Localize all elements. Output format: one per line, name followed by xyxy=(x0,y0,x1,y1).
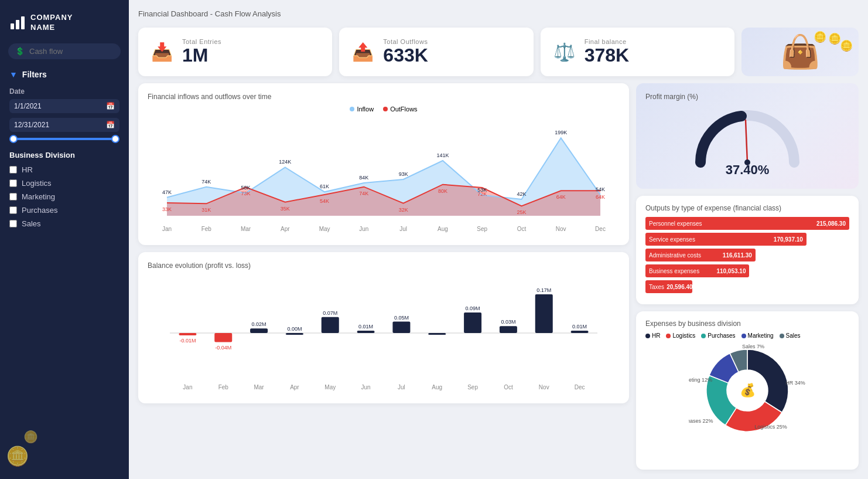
hr-checkbox[interactable] xyxy=(9,166,17,174)
main-content: Financial Dashboard - Cash Flow Analysis… xyxy=(129,0,868,479)
expense-bar: Taxes 20,596.40 xyxy=(645,280,692,293)
company-name: COMPANY NAME xyxy=(30,13,73,33)
expense-bar: Personnel expenses 215,086.30 xyxy=(645,217,849,230)
pie-legend-dot xyxy=(780,334,784,338)
svg-text:Jun: Jun xyxy=(361,384,371,390)
gauge-value-text: 37.40% xyxy=(726,162,770,174)
svg-text:84K: 84K xyxy=(359,175,368,181)
expense-bar: Service expenses 170,937.10 xyxy=(645,233,807,246)
division-marketing[interactable]: Marketing xyxy=(9,192,119,201)
entries-icon: 📥 xyxy=(151,42,173,62)
svg-text:Sep: Sep xyxy=(467,384,478,390)
svg-rect-66 xyxy=(535,294,553,333)
svg-text:64K: 64K xyxy=(556,195,566,201)
svg-text:93K: 93K xyxy=(399,171,408,177)
sidebar: COMPANY NAME 💲 ▼ Filters Date 1/1/2021 📅… xyxy=(0,0,129,479)
filters-section: ▼ Filters Date 1/1/2021 📅 12/31/2021 📅 B… xyxy=(0,70,129,233)
kpi-total-outflows: 📤 Total Outflows 633K xyxy=(339,28,533,76)
expense-bar-row: Business expenses 110,053.10 xyxy=(645,264,849,277)
svg-text:141K: 141K xyxy=(436,152,449,158)
expense-bar-row: Service expenses 170,937.10 xyxy=(645,233,849,246)
svg-text:0.05M: 0.05M xyxy=(394,315,409,321)
balance-icon: ⚖️ xyxy=(553,42,575,62)
svg-text:Oct: Oct xyxy=(517,226,527,232)
date-range-slider[interactable] xyxy=(9,138,119,140)
svg-text:Dec: Dec xyxy=(595,226,606,232)
expense-bar-row: Taxes 20,596.40 xyxy=(645,280,849,293)
logistics-checkbox[interactable] xyxy=(9,179,17,187)
svg-text:80K: 80K xyxy=(438,188,447,194)
svg-text:HR 34%: HR 34% xyxy=(785,380,805,386)
date-to-input[interactable]: 12/31/2021 📅 xyxy=(9,118,119,132)
kpi-row: 📥 Total Entries 1M 📤 Total Outflows 633K… xyxy=(138,28,859,76)
line-chart-svg: 47K74K58K124K61K84K93K141K53K42K199K54K3… xyxy=(148,116,620,233)
svg-text:Sep: Sep xyxy=(477,226,487,232)
expense-types-panel: Outputs by type of expense (financial cl… xyxy=(636,196,859,304)
search-input[interactable] xyxy=(29,47,114,56)
svg-text:42K: 42K xyxy=(517,191,526,197)
page-title: Financial Dashboard - Cash Flow Analysis xyxy=(138,9,859,18)
svg-text:Aug: Aug xyxy=(432,384,442,390)
division-logistics[interactable]: Logistics xyxy=(9,179,119,188)
search-box[interactable]: 💲 xyxy=(8,43,121,59)
kpi-total-entries: 📥 Total Entries 1M xyxy=(138,28,332,76)
svg-rect-55 xyxy=(392,322,410,333)
outflows-icon: 📤 xyxy=(352,42,374,62)
purchases-checkbox[interactable] xyxy=(9,206,17,214)
svg-text:54K: 54K xyxy=(596,186,605,192)
outflows-value: 633K xyxy=(383,45,428,66)
svg-rect-43 xyxy=(250,328,268,333)
svg-text:-0.01M: -0.01M xyxy=(179,338,196,344)
svg-text:64K: 64K xyxy=(596,195,605,201)
search-icon: 💲 xyxy=(15,47,25,56)
svg-text:74K: 74K xyxy=(201,179,211,185)
balance-chart-panel: Balance evolution (profit vs. loss) -0.0… xyxy=(138,252,629,403)
expense-bar: Business expenses 110,053.10 xyxy=(645,264,749,277)
date-from-input[interactable]: 1/1/2021 📅 xyxy=(9,99,119,113)
expense-bar: Administrative costs 116,611.30 xyxy=(645,249,756,261)
pie-legend-dot xyxy=(645,334,650,338)
division-hr[interactable]: HR xyxy=(9,165,119,174)
svg-text:61K: 61K xyxy=(320,184,329,190)
sales-checkbox[interactable] xyxy=(9,220,17,227)
svg-text:0.07M: 0.07M xyxy=(323,310,337,316)
svg-rect-40 xyxy=(214,333,232,342)
svg-rect-60 xyxy=(464,312,481,333)
svg-text:73K: 73K xyxy=(241,191,251,197)
svg-text:0.01M: 0.01M xyxy=(572,324,587,329)
svg-text:32K: 32K xyxy=(399,207,408,213)
division-sales[interactable]: Sales xyxy=(9,219,119,228)
range-thumb-left[interactable] xyxy=(9,135,18,143)
svg-text:Sales 7%: Sales 7% xyxy=(742,344,764,349)
svg-text:Dec: Dec xyxy=(575,384,585,390)
expense-bars: Personnel expenses 215,086.30 Service ex… xyxy=(645,217,849,293)
svg-text:Apr: Apr xyxy=(290,384,299,390)
svg-text:72K: 72K xyxy=(477,191,487,197)
svg-text:Logistics 25%: Logistics 25% xyxy=(754,424,787,430)
svg-text:0.00M: 0.00M xyxy=(287,326,302,332)
balance-chart-svg: -0.01MJan-0.04MFeb0.02MMar0.00MApr0.07MM… xyxy=(148,274,620,392)
pie-center-icon: 💰 xyxy=(740,383,756,398)
svg-text:124K: 124K xyxy=(279,159,291,165)
pie-legend-dot xyxy=(701,334,706,338)
svg-text:Jan: Jan xyxy=(162,226,172,232)
business-division-title: Business Division xyxy=(9,151,119,159)
svg-text:0.01M: 0.01M xyxy=(358,324,373,329)
calendar-icon-to: 📅 xyxy=(106,121,115,129)
svg-text:0.03M: 0.03M xyxy=(501,320,515,325)
svg-text:0.17M: 0.17M xyxy=(536,287,551,293)
pie-legend-item: Purchases xyxy=(701,332,735,339)
filters-title: ▼ Filters xyxy=(9,70,119,79)
svg-text:May: May xyxy=(319,226,330,232)
svg-text:Jul: Jul xyxy=(398,384,405,390)
pie-legend-dot xyxy=(666,334,671,338)
pie-legend: HR Logistics Purchases Marketing Sales xyxy=(645,332,849,339)
filter-icon: ▼ xyxy=(9,70,18,79)
svg-text:Feb: Feb xyxy=(218,384,229,390)
coin-decoration-2: 🪙 xyxy=(23,430,38,444)
svg-text:35K: 35K xyxy=(281,206,290,212)
division-purchases[interactable]: Purchases xyxy=(9,206,119,215)
svg-text:Marketing 12%: Marketing 12% xyxy=(689,377,712,383)
marketing-checkbox[interactable] xyxy=(9,193,17,201)
range-thumb-right[interactable] xyxy=(111,135,119,143)
